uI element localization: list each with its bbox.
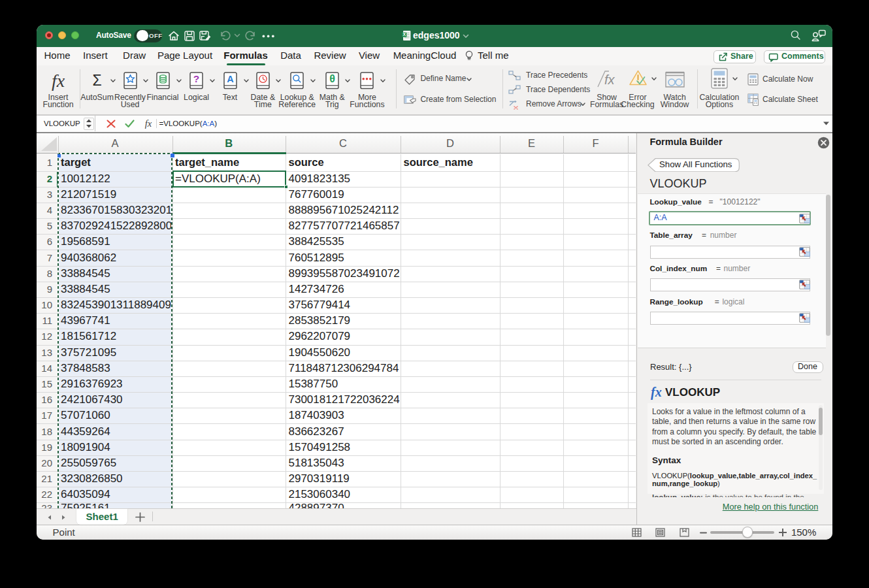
svg-text:fx: fx [604,73,615,87]
svg-text:X: X [402,32,406,37]
svg-text:θ: θ [329,73,335,84]
svg-text:?: ? [193,73,199,84]
svg-text:A: A [227,74,234,84]
